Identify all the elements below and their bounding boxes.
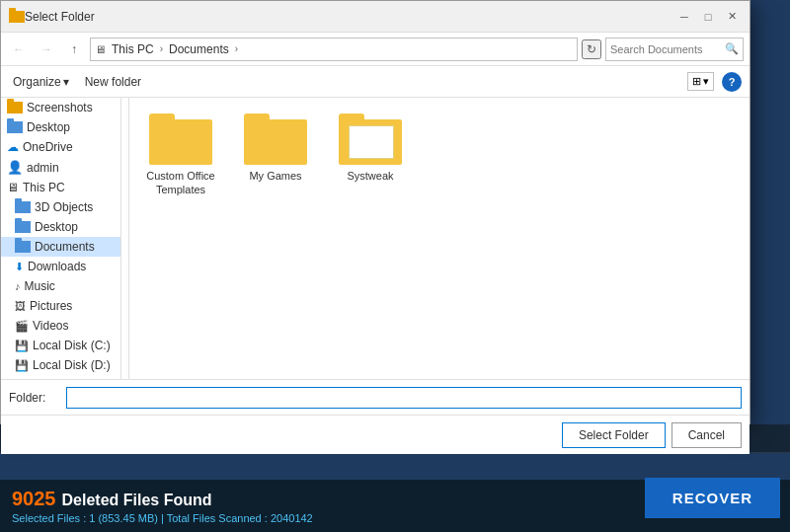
tree-item-desktop[interactable]: Desktop — [1, 217, 120, 237]
tree-item-downloads[interactable]: ⬇ Downloads — [1, 257, 120, 276]
tree-item-pictures[interactable]: 🖼 Pictures — [1, 296, 120, 316]
folder-label: Systweak — [347, 169, 393, 183]
user-icon: 👤 — [7, 160, 23, 175]
folder-name-input[interactable] — [66, 387, 742, 409]
title-bar-folder-icon — [9, 11, 25, 23]
breadcrumb-this-pc[interactable]: This PC — [109, 41, 157, 57]
tree-item-onedrive[interactable]: ☁ OneDrive — [1, 137, 120, 157]
new-folder-button[interactable]: New folder — [81, 73, 145, 91]
close-button[interactable]: ✕ — [722, 7, 742, 27]
tree-item-3d-objects[interactable]: 3D Objects — [1, 197, 120, 217]
cancel-button[interactable]: Cancel — [672, 422, 742, 448]
tree-item-local-disk-c[interactable]: 💾 Local Disk (C:) — [1, 336, 120, 355]
view-button[interactable]: ⊞ ▾ — [687, 72, 714, 91]
forward-button[interactable]: → — [35, 38, 58, 61]
address-pc-icon: 🖥 — [95, 43, 106, 55]
right-panel — [750, 0, 790, 424]
folder-input-label: Folder: — [9, 391, 58, 405]
tree-item-videos[interactable]: 🎬 Videos — [1, 316, 120, 336]
navigation-bar: ← → ↑ 🖥 This PC › Documents › ↻ 🔍 — [1, 33, 750, 66]
help-button[interactable]: ? — [722, 72, 742, 92]
minimize-button[interactable]: ─ — [674, 7, 694, 27]
folder-icon — [15, 221, 31, 233]
nav-tree: Screenshots Desktop ☁ OneDrive 👤 admin 🖥 — [1, 98, 121, 379]
deleted-label: Deleted Files Found — [62, 492, 212, 509]
folder-icon — [15, 201, 31, 213]
organize-button[interactable]: Organize ▾ — [9, 73, 73, 91]
folder-view: Custom OfficeTemplates My Games Systweak — [129, 98, 750, 379]
videos-icon: 🎬 — [15, 320, 29, 333]
tree-item-local-disk-d[interactable]: 💾 Local Disk (D:) — [1, 355, 120, 375]
tree-item-desktop-top[interactable]: Desktop — [1, 117, 120, 137]
folder-item-my-games[interactable]: My Games — [236, 110, 315, 201]
chevron-down-icon: ▾ — [63, 75, 69, 89]
select-folder-button[interactable]: Select Folder — [562, 422, 666, 448]
pc-icon: 🖥 — [7, 181, 19, 194]
folder-item-custom-office[interactable]: Custom OfficeTemplates — [141, 110, 220, 201]
pictures-icon: 🖼 — [15, 300, 26, 312]
search-icon[interactable]: 🔍 — [725, 42, 739, 55]
folder-label: My Games — [249, 169, 301, 183]
disk-icon: 💾 — [15, 359, 29, 372]
up-button[interactable]: ↑ — [62, 38, 86, 61]
dialog-title: Select Folder — [25, 10, 674, 24]
downloads-icon: ⬇ — [15, 261, 24, 273]
refresh-button[interactable]: ↻ — [582, 39, 601, 59]
tree-item-music[interactable]: ♪ Music — [1, 276, 120, 296]
tree-item-this-pc[interactable]: 🖥 This PC — [1, 178, 120, 197]
dialog-body: Screenshots Desktop ☁ OneDrive 👤 admin 🖥 — [1, 98, 750, 379]
view-icon: ⊞ — [692, 75, 701, 88]
folder-icon — [7, 102, 23, 114]
buttons-row: Select Folder Cancel — [1, 415, 750, 454]
disk-icon: 💾 — [15, 340, 29, 352]
search-box[interactable]: 🔍 — [605, 38, 744, 61]
onedrive-icon: ☁ — [7, 140, 19, 154]
folder-icon — [15, 241, 31, 253]
select-folder-dialog: Select Folder ─ □ ✕ ← → ↑ 🖥 This PC › Do… — [0, 0, 750, 424]
folder-icon — [7, 121, 23, 133]
big-folder-icon — [244, 114, 307, 165]
maximize-button[interactable]: □ — [698, 7, 718, 27]
folder-input-bar: Folder: — [1, 379, 750, 415]
view-dropdown-icon: ▾ — [703, 75, 709, 88]
breadcrumb-sep: › — [160, 43, 163, 54]
tree-item-documents[interactable]: Documents — [1, 237, 120, 257]
recover-button[interactable]: RECOVER — [645, 478, 780, 518]
folder-label: Custom OfficeTemplates — [146, 169, 215, 197]
search-input[interactable] — [610, 43, 725, 55]
breadcrumb-sep2: › — [235, 43, 238, 54]
back-button[interactable]: ← — [7, 38, 31, 61]
tree-item-admin[interactable]: 👤 admin — [1, 157, 120, 178]
window-controls: ─ □ ✕ — [674, 7, 742, 27]
tree-item-screenshots[interactable]: Screenshots — [1, 98, 120, 117]
deleted-count: 9025 — [12, 488, 56, 510]
title-bar: Select Folder ─ □ ✕ — [1, 1, 750, 33]
folder-item-systweak[interactable]: Systweak — [331, 110, 410, 201]
toolbar: Organize ▾ New folder ⊞ ▾ ? — [1, 66, 750, 98]
breadcrumb-documents[interactable]: Documents — [166, 41, 232, 57]
big-folder-icon — [149, 114, 212, 165]
big-folder-icon-with-paper — [339, 114, 402, 165]
address-bar[interactable]: 🖥 This PC › Documents › — [90, 38, 578, 61]
music-icon: ♪ — [15, 280, 21, 292]
